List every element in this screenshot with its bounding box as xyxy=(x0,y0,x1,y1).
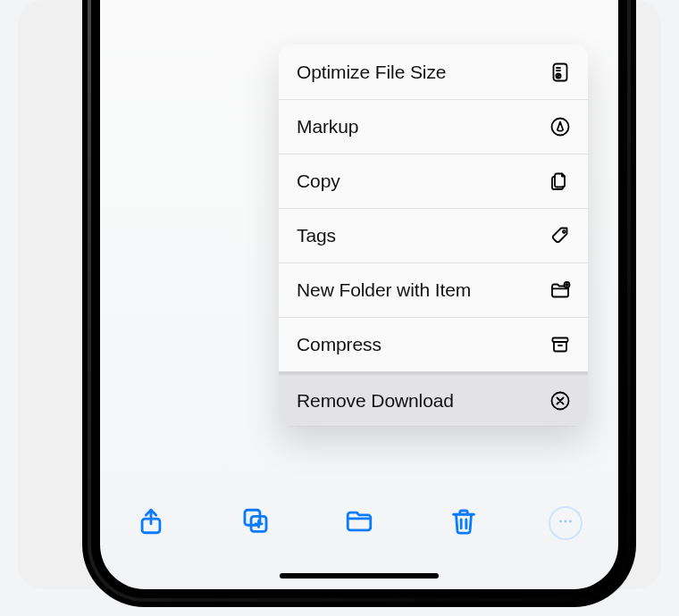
duplicate-button[interactable] xyxy=(237,504,274,542)
menu-item-label: Remove Download xyxy=(297,390,454,412)
menu-item-markup[interactable]: Markup xyxy=(279,99,588,154)
menu-item-label: Compress xyxy=(297,334,381,355)
phone-frame: Optimize File Size Markup Copy xyxy=(82,0,636,607)
menu-item-compress[interactable]: Compress xyxy=(279,317,588,371)
svg-rect-5 xyxy=(553,338,568,343)
menu-item-label: Optimize File Size xyxy=(297,62,446,83)
context-menu: Optimize File Size Markup Copy xyxy=(279,45,588,426)
delete-button[interactable] xyxy=(445,504,482,542)
copy-icon xyxy=(549,170,572,193)
menu-item-copy[interactable]: Copy xyxy=(279,154,588,208)
backdrop: Optimize File Size Markup Copy xyxy=(18,0,661,589)
menu-item-optimize-file-size[interactable]: Optimize File Size xyxy=(279,45,588,99)
folder-icon xyxy=(344,506,374,540)
menu-item-label: New Folder with Item xyxy=(297,279,471,301)
svg-point-11 xyxy=(565,520,567,523)
svg-point-3 xyxy=(563,230,566,233)
menu-item-new-folder-with-item[interactable]: New Folder with Item xyxy=(279,262,588,317)
bottom-toolbar xyxy=(100,498,618,548)
share-button[interactable] xyxy=(132,504,170,542)
remove-icon xyxy=(549,389,572,412)
menu-item-tags[interactable]: Tags xyxy=(279,208,588,262)
doc-compress-icon xyxy=(549,61,572,84)
duplicate-icon xyxy=(240,506,271,540)
phone-screen: Optimize File Size Markup Copy xyxy=(100,0,618,589)
svg-point-10 xyxy=(559,520,562,523)
trash-icon xyxy=(448,506,479,540)
archive-icon xyxy=(549,333,572,356)
new-folder-icon xyxy=(549,279,572,302)
ellipsis-icon xyxy=(556,512,575,535)
menu-item-label: Copy xyxy=(297,171,340,192)
move-button[interactable] xyxy=(340,504,378,542)
tag-icon xyxy=(549,224,572,247)
menu-item-label: Markup xyxy=(297,116,358,137)
more-button[interactable] xyxy=(549,506,583,540)
home-indicator xyxy=(280,573,439,579)
svg-point-12 xyxy=(569,520,572,523)
menu-item-remove-download[interactable]: Remove Download xyxy=(279,371,588,426)
share-icon xyxy=(136,506,166,540)
markup-icon xyxy=(549,115,572,138)
svg-point-2 xyxy=(552,119,569,136)
menu-item-label: Tags xyxy=(297,225,336,246)
